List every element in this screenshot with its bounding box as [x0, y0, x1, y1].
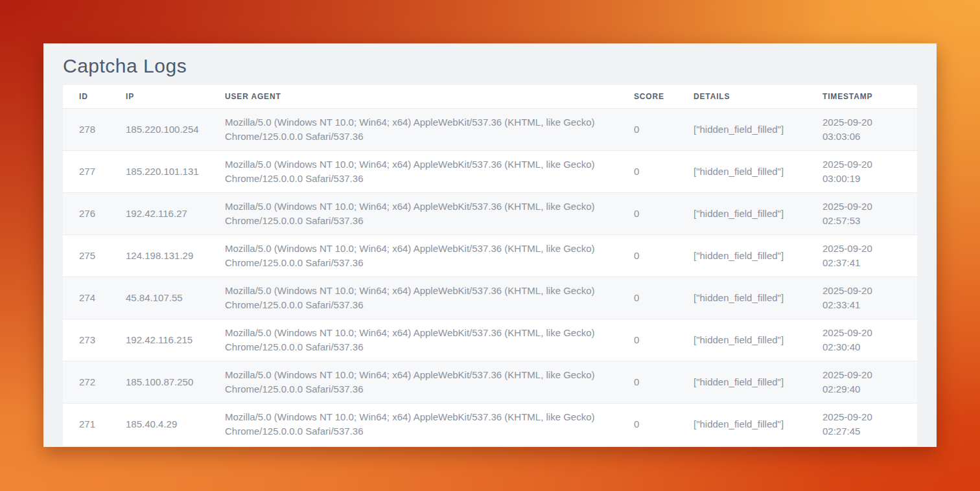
cell-timestamp: 2025-09-20 02:33:41	[806, 277, 917, 319]
table-row: 278 185.220.100.254 Mozilla/5.0 (Windows…	[63, 109, 917, 151]
table-row: 277 185.220.101.131 Mozilla/5.0 (Windows…	[63, 151, 917, 193]
page-title: Captcha Logs	[63, 43, 917, 85]
table-row: 274 45.84.107.55 Mozilla/5.0 (Windows NT…	[63, 277, 917, 319]
cell-user-agent: Mozilla/5.0 (Windows NT 10.0; Win64; x64…	[209, 235, 618, 277]
column-header-details: DETAILS	[677, 85, 806, 109]
cell-user-agent: Mozilla/5.0 (Windows NT 10.0; Win64; x64…	[209, 151, 618, 193]
cell-ip: 185.220.100.254	[110, 109, 209, 151]
cell-id: 274	[63, 277, 110, 319]
cell-id: 277	[63, 151, 110, 193]
cell-timestamp: 2025-09-20 02:27:45	[806, 404, 917, 446]
cell-details: ["hidden_field_filled"]	[677, 109, 806, 151]
cell-ip: 185.100.87.250	[110, 361, 209, 404]
cell-timestamp: 2025-09-20 02:57:53	[806, 193, 917, 235]
captcha-logs-table: ID IP USER AGENT SCORE DETAILS TIMESTAMP…	[63, 85, 917, 446]
column-header-user-agent: USER AGENT	[209, 85, 618, 109]
cell-timestamp: 2025-09-20 03:00:19	[806, 151, 917, 193]
cell-user-agent: Mozilla/5.0 (Windows NT 10.0; Win64; x64…	[209, 319, 618, 361]
cell-id: 271	[63, 404, 110, 446]
cell-user-agent: Mozilla/5.0 (Windows NT 10.0; Win64; x64…	[209, 109, 618, 151]
cell-timestamp: 2025-09-20 02:30:40	[806, 319, 917, 361]
column-header-timestamp: TIMESTAMP	[806, 85, 917, 109]
captcha-logs-card: Captcha Logs ID IP USER AGENT SCORE DETA…	[43, 43, 937, 447]
cell-timestamp: 2025-09-20 02:29:40	[806, 361, 917, 404]
cell-ip: 185.40.4.29	[110, 404, 209, 446]
captcha-logs-table-container: ID IP USER AGENT SCORE DETAILS TIMESTAMP…	[63, 85, 917, 446]
cell-details: ["hidden_field_filled"]	[677, 319, 806, 361]
cell-score: 0	[618, 404, 677, 446]
table-row: 271 185.40.4.29 Mozilla/5.0 (Windows NT …	[63, 404, 917, 446]
cell-details: ["hidden_field_filled"]	[677, 361, 806, 404]
cell-details: ["hidden_field_filled"]	[677, 193, 806, 235]
cell-score: 0	[618, 277, 677, 319]
table-row: 276 192.42.116.27 Mozilla/5.0 (Windows N…	[63, 193, 917, 235]
column-header-score: SCORE	[618, 85, 677, 109]
column-header-ip: IP	[110, 85, 209, 109]
cell-ip: 124.198.131.29	[110, 235, 209, 277]
cell-timestamp: 2025-09-20 02:37:41	[806, 235, 917, 277]
cell-user-agent: Mozilla/5.0 (Windows NT 10.0; Win64; x64…	[209, 404, 618, 446]
cell-details: ["hidden_field_filled"]	[677, 404, 806, 446]
cell-timestamp: 2025-09-20 03:03:06	[806, 109, 917, 151]
column-header-id: ID	[63, 85, 110, 109]
cell-user-agent: Mozilla/5.0 (Windows NT 10.0; Win64; x64…	[209, 361, 618, 404]
cell-score: 0	[618, 193, 677, 235]
cell-details: ["hidden_field_filled"]	[677, 151, 806, 193]
cell-user-agent: Mozilla/5.0 (Windows NT 10.0; Win64; x64…	[209, 277, 618, 319]
page-background: Captcha Logs ID IP USER AGENT SCORE DETA…	[0, 0, 980, 491]
cell-score: 0	[618, 109, 677, 151]
cell-score: 0	[618, 361, 677, 404]
table-row: 275 124.198.131.29 Mozilla/5.0 (Windows …	[63, 235, 917, 277]
cell-ip: 192.42.116.27	[110, 193, 209, 235]
cell-details: ["hidden_field_filled"]	[677, 235, 806, 277]
cell-id: 273	[63, 319, 110, 361]
cell-id: 272	[63, 361, 110, 404]
cell-score: 0	[618, 235, 677, 277]
cell-ip: 185.220.101.131	[110, 151, 209, 193]
cell-id: 276	[63, 193, 110, 235]
cell-id: 278	[63, 109, 110, 151]
table-header-row: ID IP USER AGENT SCORE DETAILS TIMESTAMP	[63, 85, 917, 109]
cell-score: 0	[618, 319, 677, 361]
cell-ip: 45.84.107.55	[110, 277, 209, 319]
cell-ip: 192.42.116.215	[110, 319, 209, 361]
table-row: 272 185.100.87.250 Mozilla/5.0 (Windows …	[63, 361, 917, 404]
cell-score: 0	[618, 151, 677, 193]
cell-id: 275	[63, 235, 110, 277]
cell-user-agent: Mozilla/5.0 (Windows NT 10.0; Win64; x64…	[209, 193, 618, 235]
cell-details: ["hidden_field_filled"]	[677, 277, 806, 319]
table-row: 273 192.42.116.215 Mozilla/5.0 (Windows …	[63, 319, 917, 361]
